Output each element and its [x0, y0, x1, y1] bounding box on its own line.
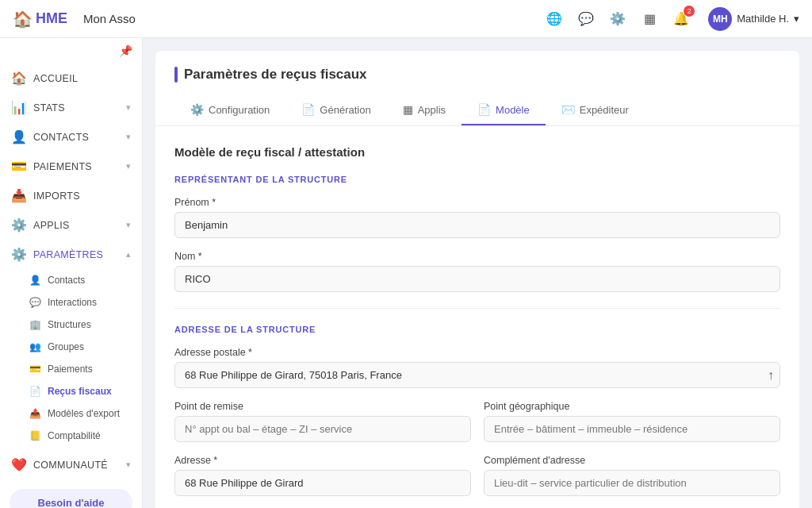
tabs-bar: ⚙️ Configuration 📄 Génération ▦ Applis 📄… [174, 95, 780, 125]
sidebar-sub-recus-fiscaux[interactable]: 📄 Reçus fiscaux [0, 380, 142, 402]
sidebar-sub-groupes[interactable]: 👥 Groupes [0, 336, 142, 358]
modele-icon: 📄 [477, 103, 491, 116]
tab-label-modele: Modèle [496, 104, 530, 116]
nom-input[interactable] [174, 266, 780, 292]
point-geo-group: Point géographique [484, 401, 780, 442]
sidebar-item-communaute[interactable]: ❤️ COMMUNAUTÉ ▾ [0, 450, 142, 479]
sidebar-item-parametres[interactable]: ⚙️ PARAMÈTRES ▴ [0, 240, 142, 269]
notifications-button[interactable]: 🔔 2 [670, 8, 692, 30]
form-title: Modèle de reçu fiscal / attestation [174, 145, 780, 159]
parametres-icon: ⚙️ [11, 247, 27, 262]
section2-label: ADRESSE DE LA STRUCTURE [174, 325, 780, 334]
globe-icon[interactable]: 🌐 [543, 8, 565, 30]
sub-structures-icon: 🏢 [29, 319, 41, 330]
sidebar-sub-comptabilite[interactable]: 📒 Comptabilité [0, 425, 142, 447]
payments-icon: 💳 [11, 159, 27, 174]
prenom-group: Prénom * [174, 197, 780, 238]
topbar-icons: 🌐 💬 ⚙️ ▦ 🔔 2 MH Mathilde H. ▾ [543, 7, 799, 31]
point-remise-label: Point de remise [174, 401, 471, 412]
complement-input[interactable] [484, 470, 780, 496]
user-chevron-icon: ▾ [794, 13, 799, 25]
main-content: Paramètres de reçus fiscaux ⚙️ Configura… [143, 38, 812, 508]
main-card: Paramètres de reçus fiscaux ⚙️ Configura… [155, 51, 799, 508]
sidebar-item-applis[interactable]: ⚙️ APPLIS ▾ [0, 210, 142, 240]
page-header-title: Paramètres de reçus fiscaux [174, 67, 780, 83]
tab-label-applis: Applis [418, 104, 446, 116]
adresse-input[interactable] [174, 470, 471, 496]
sub-label-groupes: Groupes [48, 341, 84, 352]
sub-groupes-icon: 👥 [29, 341, 41, 352]
sub-export-icon: 📤 [29, 408, 41, 419]
chevron-down-icon: ▾ [126, 161, 131, 171]
form-content: Modèle de reçu fiscal / attestation REPR… [155, 126, 799, 508]
logo-icon: 🏠 [13, 10, 33, 29]
tab-applis[interactable]: ▦ Applis [387, 95, 462, 125]
user-avatar: MH [708, 7, 732, 31]
sub-label-paiements: Paiements [48, 364, 93, 375]
sub-label-structures: Structures [48, 319, 91, 330]
topbar: 🏠 HME Mon Asso 🌐 💬 ⚙️ ▦ 🔔 2 MH Mathilde … [0, 0, 812, 38]
adresse-label: Adresse * [174, 455, 471, 466]
sidebar-label-communaute: COMMUNAUTÉ [33, 460, 108, 471]
sidebar-sub-structures[interactable]: 🏢 Structures [0, 314, 142, 336]
sidebar-label-parametres: PARAMÈTRES [33, 249, 103, 260]
notif-badge: 2 [684, 6, 695, 17]
sidebar-sub-contacts[interactable]: 👤 Contacts [0, 269, 142, 291]
sidebar-sub-modeles-export[interactable]: 📤 Modèles d'export [0, 402, 142, 425]
point-geo-input[interactable] [484, 416, 780, 442]
sidebar-sub-interactions[interactable]: 💬 Interactions [0, 291, 142, 314]
sidebar-pin: 📌 [0, 38, 142, 64]
complement-group: Complément d'adresse [484, 455, 780, 496]
tab-label-configuration: Configuration [209, 104, 270, 116]
tab-expediteur[interactable]: ✉️ Expéditeur [546, 95, 645, 125]
applis-tab-icon: ▦ [403, 103, 413, 116]
page-header: Paramètres de reçus fiscaux ⚙️ Configura… [155, 51, 799, 126]
sub-compta-icon: 📒 [29, 430, 41, 441]
sub-label-compta: Comptabilité [48, 430, 101, 441]
chat-icon[interactable]: 💬 [575, 8, 597, 30]
sidebar-item-accueil[interactable]: 🏠 ACCUEIL [0, 64, 142, 93]
point-geo-label: Point géographique [484, 401, 780, 412]
user-name: Mathilde H. [737, 13, 789, 25]
sub-paiements-icon: 💳 [29, 364, 41, 375]
gen-icon: 📄 [301, 103, 315, 116]
adresse-postale-input[interactable] [174, 362, 780, 388]
sidebar: 📌 🏠 ACCUEIL 📊 STATS ▾ 👤 CONTACTS ▾ 💳 PAI… [0, 38, 143, 508]
sidebar-label-imports: IMPORTS [33, 190, 80, 202]
adresse-group: Adresse * [174, 455, 471, 496]
chevron-down-icon: ▾ [126, 460, 131, 470]
page-title: Mon Asso [83, 12, 136, 25]
logo-text: HME [36, 10, 67, 27]
sidebar-item-contacts[interactable]: 👤 CONTACTS ▾ [0, 122, 142, 152]
imports-icon: 📥 [11, 188, 27, 203]
nom-group: Nom * [174, 251, 780, 292]
upload-button[interactable]: ↑ [768, 368, 774, 383]
communaute-icon: ❤️ [11, 457, 27, 472]
sub-contacts-icon: 👤 [29, 275, 41, 286]
sidebar-item-stats[interactable]: 📊 STATS ▾ [0, 93, 142, 122]
sidebar-label-stats: STATS [33, 102, 65, 114]
tab-label-generation: Génération [320, 104, 370, 116]
applis-icon: ⚙️ [11, 217, 27, 233]
tab-configuration[interactable]: ⚙️ Configuration [174, 95, 285, 125]
sidebar-item-imports[interactable]: 📥 IMPORTS [0, 181, 142, 210]
divider1 [174, 308, 780, 309]
nom-label: Nom * [174, 251, 780, 262]
point-remise-input[interactable] [174, 416, 471, 442]
tab-generation[interactable]: 📄 Génération [285, 95, 386, 125]
grid-icon[interactable]: ▦ [638, 8, 661, 30]
settings-icon[interactable]: ⚙️ [607, 8, 629, 30]
sub-recus-icon: 📄 [29, 386, 41, 397]
prenom-input[interactable] [174, 212, 780, 238]
sidebar-item-paiements[interactable]: 💳 PAIEMENTS ▾ [0, 152, 142, 181]
adresse-postale-group: Adresse postale * ↑ [174, 347, 780, 388]
pin-icon[interactable]: 📌 [119, 44, 132, 57]
adresse-postale-label: Adresse postale * [174, 347, 780, 358]
tab-modele[interactable]: 📄 Modèle [462, 95, 546, 125]
point-remise-group: Point de remise [174, 401, 471, 442]
help-button[interactable]: Besoin d'aide [10, 489, 132, 508]
prenom-label: Prénom * [174, 197, 780, 208]
tab-label-expediteur: Expéditeur [580, 104, 629, 116]
user-menu[interactable]: MH Mathilde H. ▾ [708, 7, 799, 31]
sidebar-sub-paiements[interactable]: 💳 Paiements [0, 358, 142, 380]
